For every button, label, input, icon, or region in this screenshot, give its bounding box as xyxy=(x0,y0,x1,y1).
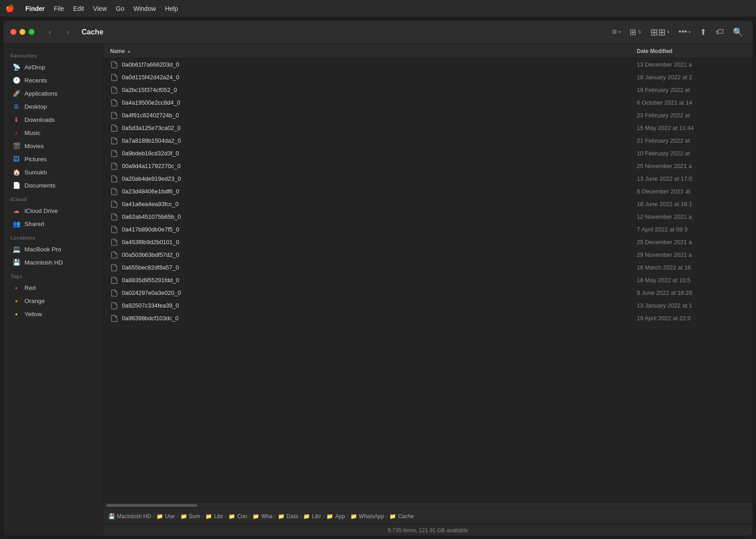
breadcrumb-label: Sum xyxy=(189,513,200,520)
horizontal-scrollbar[interactable] xyxy=(103,502,753,508)
table-row[interactable]: 0a9bdeb18cd32d3f_0 10 February 2022 at xyxy=(103,147,753,160)
table-row[interactable]: 0a62ab451075b65b_0 12 November 2021 a xyxy=(103,211,753,223)
forward-button[interactable]: › xyxy=(62,26,74,38)
share-button[interactable]: ⬆ xyxy=(697,25,709,39)
sidebar-item-airdrop[interactable]: 📡 AirDrop xyxy=(6,61,100,73)
breadcrumb-item[interactable]: 📁App xyxy=(326,513,344,520)
table-row[interactable]: 0a41a6ea4ea93fcc_0 18 June 2022 at 16:1 xyxy=(103,198,753,211)
sidebar-item-documents[interactable]: 📄 Documents xyxy=(6,179,100,192)
tag-button[interactable]: 🏷 xyxy=(713,25,727,38)
help-menu[interactable]: Help xyxy=(165,5,178,12)
breadcrumb-icon: 📁 xyxy=(326,513,333,520)
close-button[interactable] xyxy=(10,29,16,35)
sidebar-item-downloads[interactable]: ⬇ Downloads xyxy=(6,113,100,126)
applications-label: Applications xyxy=(24,90,58,97)
sidebar-item-tag-yellow[interactable]: ● Yellow xyxy=(6,308,100,320)
minimize-button[interactable] xyxy=(19,29,25,35)
table-row[interactable]: 0a96398bdcf103dc_0 19 April 2022 at 22:0 xyxy=(103,312,753,325)
favourites-label: Favourites xyxy=(3,48,102,60)
breadcrumb-separator: › xyxy=(300,513,301,520)
sidebar-item-macintosh-hd[interactable]: 💾 Macintosh HD xyxy=(6,256,100,269)
table-row[interactable]: 0a0b61f7a666203d_0 13 December 2021 a xyxy=(103,58,753,71)
sidebar-item-desktop[interactable]: 🖥 Desktop xyxy=(6,100,100,113)
content-area: Name ▲ Date Modified 0a0b61f7a666203d_0 … xyxy=(103,44,753,536)
file-date: 18 June 2022 at 16:1 xyxy=(637,201,746,207)
window-title: Cache xyxy=(82,28,103,36)
sidebar-item-recents[interactable]: 🕐 Recents xyxy=(6,74,100,87)
breadcrumb-item[interactable]: 📁Con xyxy=(228,513,247,520)
sidebar-item-shared[interactable]: 👥 Shared xyxy=(6,217,100,230)
file-name: 00a503b63bdf57d2_0 xyxy=(122,251,637,258)
file-name: 0a2bc15f374cf052_0 xyxy=(122,87,637,93)
file-menu[interactable]: File xyxy=(54,5,64,12)
table-row[interactable]: 0a23d48406e1bdf6_0 8 December 2021 at xyxy=(103,185,753,198)
sidebar-item-sumukh[interactable]: 🏠 Sumukh xyxy=(6,166,100,178)
sidebar-item-tag-orange[interactable]: ● Orange xyxy=(6,294,100,307)
sort-button[interactable]: ⊞⇅ xyxy=(627,25,644,39)
icloud-drive-icon: ☁ xyxy=(12,207,20,215)
breadcrumb-item[interactable]: 📁Wha xyxy=(252,513,272,520)
table-row[interactable]: 0a655bec82df8a57_0 16 March 2022 at 16 xyxy=(103,261,753,274)
zoom-button[interactable] xyxy=(29,29,34,35)
table-row[interactable]: 0a2bc15f374cf052_0 19 February 2022 at xyxy=(103,84,753,96)
date-column-header[interactable]: Date Modified xyxy=(637,48,746,54)
table-row[interactable]: 0a417b890db0e7f5_0 7 April 2022 at 09:3 xyxy=(103,223,753,236)
group-button[interactable]: ⊞⊞▾ xyxy=(648,25,672,39)
table-row[interactable]: 00a9d4a11792270c_0 25 November 2021 a xyxy=(103,160,753,173)
table-row[interactable]: 0a453f8b9d2b0101_0 25 December 2021 a xyxy=(103,236,753,249)
sidebar-item-icloud-drive[interactable]: ☁ iCloud Drive xyxy=(6,204,100,217)
table-row[interactable]: 0a5d3a125e73ca02_0 15 May 2022 at 11:44 xyxy=(103,122,753,135)
table-row[interactable]: 0a024297e0a3e020_0 9 June 2022 at 16:28 xyxy=(103,287,753,299)
table-row[interactable]: 0a4a19500e2cc8d4_0 6 October 2021 at 14 xyxy=(103,96,753,109)
breadcrumb-separator: › xyxy=(177,513,179,520)
breadcrumb-item[interactable]: 💾Macintosh HD xyxy=(108,513,151,520)
go-menu[interactable]: Go xyxy=(116,5,125,12)
window-menu[interactable]: Window xyxy=(133,5,156,12)
breadcrumb-icon: 📁 xyxy=(350,513,357,520)
table-row[interactable]: 0a4f91c82402724b_0 23 February 2022 at xyxy=(103,109,753,122)
tag-red-label: Red xyxy=(24,284,36,291)
file-icon xyxy=(110,149,118,158)
view-menu[interactable]: View xyxy=(93,5,107,12)
breadcrumb-separator: › xyxy=(323,513,325,520)
file-name: 0a41a6ea4ea93fcc_0 xyxy=(122,201,637,207)
breadcrumb-item[interactable]: 📁Cache xyxy=(389,513,414,520)
file-date: 13 January 2022 at 1 xyxy=(637,302,746,309)
sidebar-item-applications[interactable]: 🚀 Applications xyxy=(6,87,100,100)
breadcrumb-label: Data xyxy=(286,513,298,520)
more-button[interactable]: •••▾ xyxy=(676,25,693,38)
file-date: 7 April 2022 at 09:3 xyxy=(637,226,746,233)
edit-menu[interactable]: Edit xyxy=(73,5,84,12)
file-icon xyxy=(110,302,118,310)
finder-menu[interactable]: Finder xyxy=(25,5,45,12)
search-button[interactable]: 🔍 xyxy=(730,25,746,39)
breadcrumb-item[interactable]: 📁Data xyxy=(278,513,298,520)
breadcrumb-item[interactable]: 📁WhatsApp xyxy=(350,513,384,520)
table-row[interactable]: 0a92507c334fea39_0 13 January 2022 at 1 xyxy=(103,299,753,312)
file-date: 12 November 2021 a xyxy=(637,213,746,220)
file-name: 0a4a19500e2cc8d4_0 xyxy=(122,99,637,106)
breadcrumb-item[interactable]: 📁Use xyxy=(156,513,174,520)
back-button[interactable]: ‹ xyxy=(44,26,56,38)
apple-menu[interactable]: 🍎 xyxy=(5,4,15,13)
sidebar-item-macbook-pro[interactable]: 💻 MacBook Pro xyxy=(6,243,100,255)
sidebar-item-tag-red[interactable]: ● Red xyxy=(6,281,100,294)
sidebar-item-music[interactable]: ♪ Music xyxy=(6,126,100,139)
breadcrumb-item[interactable]: 📁Sum xyxy=(180,513,200,520)
breadcrumb-icon: 📁 xyxy=(205,513,212,520)
file-name: 0a8835d955291fdd_0 xyxy=(122,277,637,284)
breadcrumb-item[interactable]: 📁Libr xyxy=(303,513,321,520)
table-row[interactable]: 00a503b63bdf57d2_0 29 November 2021 a xyxy=(103,249,753,261)
name-column-header[interactable]: Name ▲ xyxy=(110,48,637,54)
scrollbar-thumb[interactable] xyxy=(107,504,197,507)
breadcrumb-item[interactable]: 📁Libr xyxy=(205,513,223,520)
file-icon xyxy=(110,226,118,234)
table-row[interactable]: 0a7a8189b1504da2_0 21 February 2022 at xyxy=(103,135,753,147)
table-row[interactable]: 0a8835d955291fdd_0 18 May 2022 at 10:5 xyxy=(103,274,753,287)
breadcrumb-icon: 📁 xyxy=(228,513,235,520)
table-row[interactable]: 0a20ab4de919ed23_0 13 June 2022 at 17:0 xyxy=(103,173,753,185)
table-row[interactable]: 0a0d115f42d42a24_0 18 January 2022 at 2 xyxy=(103,71,753,84)
sidebar-item-movies[interactable]: 🎬 Movies xyxy=(6,140,100,152)
list-view-button[interactable]: ≡▾ xyxy=(610,25,624,38)
sidebar-item-pictures[interactable]: 🖼 Pictures xyxy=(6,153,100,165)
